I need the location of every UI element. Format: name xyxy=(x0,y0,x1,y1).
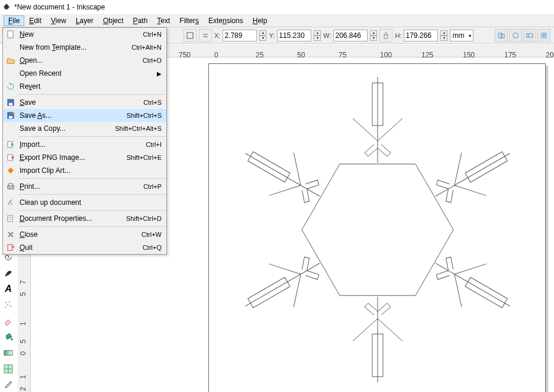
svg-point-31 xyxy=(11,338,13,340)
menu-revert[interactable]: Revert xyxy=(3,80,166,93)
svg-rect-20 xyxy=(8,216,12,221)
menu-text[interactable]: Text xyxy=(152,15,175,26)
lock-aspect-button[interactable] xyxy=(379,29,392,42)
tool-eraser[interactable] xyxy=(1,314,15,328)
tool-spray[interactable] xyxy=(1,298,15,312)
menu-layer[interactable]: Layer xyxy=(71,15,98,26)
menu-bar: File Edit View Layer Object Path Text Fi… xyxy=(0,14,554,27)
menu-quit[interactable]: QuitCtrl+Q xyxy=(3,241,166,254)
menu-help[interactable]: Help xyxy=(248,15,272,26)
svg-rect-4 xyxy=(498,33,502,38)
menu-separator xyxy=(18,178,166,179)
menu-new-template[interactable]: New from Template...Ctrl+Alt+N xyxy=(3,41,166,54)
menu-save-as[interactable]: Save As...Shift+Ctrl+S xyxy=(3,109,166,122)
document-page xyxy=(208,63,546,392)
svg-point-27 xyxy=(9,301,10,303)
x-input[interactable]: 2.789 xyxy=(223,30,257,41)
svg-point-28 xyxy=(7,304,8,306)
svg-point-10 xyxy=(543,34,545,37)
menu-import-clipart[interactable]: Import Clip Art... xyxy=(3,164,166,177)
menu-save[interactable]: SaveCtrl+S xyxy=(3,96,166,109)
svg-rect-3 xyxy=(384,35,388,38)
menu-print[interactable]: Print...Ctrl+P xyxy=(3,180,166,193)
left-toolbox: A xyxy=(0,249,18,392)
w-label: W: xyxy=(323,32,331,39)
print-icon xyxy=(7,182,15,191)
svg-line-37 xyxy=(353,118,378,141)
svg-rect-32 xyxy=(4,351,12,355)
menu-separator xyxy=(18,94,166,95)
w-spinner[interactable]: ▴▾ xyxy=(370,30,377,41)
inkscape-logo-icon xyxy=(2,3,11,11)
affect-button-2[interactable] xyxy=(509,29,522,42)
affect-button-4[interactable] xyxy=(537,29,550,42)
menu-separator xyxy=(18,210,166,211)
svg-rect-0 xyxy=(187,33,193,38)
svg-line-38 xyxy=(378,118,402,141)
menu-open-recent[interactable]: Open Recent▶ xyxy=(3,67,166,80)
tool-paint-bucket[interactable] xyxy=(1,330,15,344)
h-spinner[interactable]: ▴▾ xyxy=(440,30,447,41)
menu-import[interactable]: Import...Ctrl+I xyxy=(3,138,166,151)
close-icon xyxy=(7,230,15,239)
menu-open[interactable]: Open...Ctrl+O xyxy=(3,54,166,67)
revert-icon xyxy=(7,82,15,91)
unit-select[interactable]: mm▾ xyxy=(450,30,474,41)
toolbar-button-2[interactable] xyxy=(199,29,212,42)
svg-point-29 xyxy=(10,306,11,307)
save-as-icon xyxy=(7,111,15,120)
tool-gradient[interactable] xyxy=(1,346,15,360)
tool-dropper[interactable] xyxy=(1,378,15,392)
file-menu-dropdown: NewCtrl+N New from Template...Ctrl+Alt+N… xyxy=(2,27,167,255)
h-label: H: xyxy=(395,32,401,39)
quit-icon xyxy=(7,243,15,252)
svg-rect-6 xyxy=(513,33,518,38)
menu-edit[interactable]: Edit xyxy=(24,15,46,26)
svg-rect-25 xyxy=(8,245,12,250)
import-icon xyxy=(7,140,15,149)
export-icon xyxy=(7,153,15,162)
y-label: Y: xyxy=(269,32,275,39)
menu-path[interactable]: Path xyxy=(128,15,153,26)
svg-point-26 xyxy=(5,302,7,303)
menu-separator xyxy=(18,194,166,195)
tool-mesh[interactable] xyxy=(1,362,15,376)
menu-filters[interactable]: Filters xyxy=(175,15,204,26)
menu-close[interactable]: CloseCtrl+W xyxy=(3,228,166,241)
svg-rect-13 xyxy=(9,103,12,105)
menu-export-png[interactable]: Export PNG Image...Shift+Ctrl+E xyxy=(3,151,166,164)
affect-button-3[interactable] xyxy=(523,29,536,42)
menu-new[interactable]: NewCtrl+N xyxy=(3,28,166,41)
tool-text[interactable]: A xyxy=(1,282,15,296)
x-spinner[interactable]: ▴▾ xyxy=(259,30,266,41)
menu-view[interactable]: View xyxy=(46,15,71,26)
svg-rect-19 xyxy=(9,184,12,186)
toolbar-button-1[interactable] xyxy=(183,29,197,42)
x-label: X: xyxy=(214,32,220,39)
y-spinner[interactable]: ▴▾ xyxy=(314,30,321,41)
open-folder-icon xyxy=(7,56,15,65)
tool-calligraphy[interactable] xyxy=(1,266,15,280)
title-bar: *New document 1 - Inkscape xyxy=(0,0,554,14)
svg-point-30 xyxy=(5,307,6,308)
lock-icon xyxy=(383,32,389,39)
svg-rect-15 xyxy=(9,116,12,118)
w-input[interactable]: 206.846 xyxy=(333,30,368,41)
menu-save-copy[interactable]: Save a Copy...Shift+Ctrl+Alt+S xyxy=(3,122,166,135)
cleanup-icon xyxy=(7,198,15,207)
menu-extensions[interactable]: Extensions xyxy=(204,15,248,26)
menu-separator xyxy=(18,136,166,137)
properties-icon xyxy=(7,214,15,223)
h-input[interactable]: 179.266 xyxy=(404,30,438,41)
menu-object[interactable]: Object xyxy=(98,15,128,26)
affect-button-1[interactable] xyxy=(495,29,508,42)
menu-doc-properties[interactable]: Document Properties...Shift+Ctrl+D xyxy=(3,212,166,225)
window-title: *New document 1 - Inkscape xyxy=(14,3,105,11)
menu-cleanup[interactable]: Clean up document xyxy=(3,196,166,209)
save-icon xyxy=(7,98,15,107)
new-file-icon xyxy=(7,30,15,38)
y-input[interactable]: 115.230 xyxy=(277,30,311,41)
menu-separator xyxy=(18,226,166,227)
menu-file[interactable]: File xyxy=(4,15,24,26)
drawing-content xyxy=(209,64,546,392)
